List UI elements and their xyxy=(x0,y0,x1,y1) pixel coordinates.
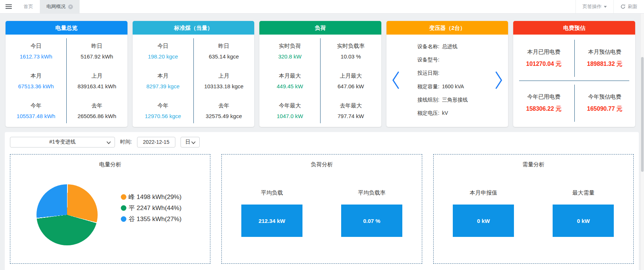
stat-cell: 去年32575.49 kgce xyxy=(193,96,254,125)
tab-label: 首页 xyxy=(24,3,33,10)
transformer-row: 设备名称:总进线 xyxy=(417,43,491,50)
stat-cell: 本月最大449.45 kW xyxy=(259,66,320,96)
card-load: 负荷 实时负荷320.8 kW 实时负载率10.03 % 本月最大449.45 … xyxy=(259,21,381,127)
tab-grid-overview[interactable]: 电网概况 × xyxy=(40,0,80,13)
card-body: 本月已用电费101270.04 元 本月预估电费189881.32 元 今年已用… xyxy=(513,35,635,127)
stat-group: 平均负载率 0.07 % xyxy=(341,189,402,237)
stat-group: 本月申报值 0 kW xyxy=(453,189,514,237)
stat-cell: 去年最大797.74 kW xyxy=(320,96,381,125)
fee-row: 今年已用电费158306.22 元 今年预估电费165090.77 元 xyxy=(513,81,635,125)
legend-item: 谷 1355 kWh(27%) xyxy=(121,215,182,223)
tab-operations-button[interactable]: 页签操作 xyxy=(576,0,613,13)
chevron-left-icon xyxy=(390,69,401,91)
date-input[interactable] xyxy=(137,137,175,148)
carousel-next-button[interactable] xyxy=(493,69,504,91)
panel-title: 需量分析 xyxy=(434,161,633,168)
chevron-right-icon xyxy=(493,69,504,91)
stat-box: 0 kW xyxy=(453,205,514,237)
summary-cards-row: 电量总览 今日1612.73 kWh 昨日5167.92 kWh 本月67513… xyxy=(6,21,635,127)
stat-cell: 昨日5167.92 kWh xyxy=(66,36,127,66)
refresh-label: 刷新 xyxy=(628,3,637,10)
fee-cell: 本月已用电费101270.04 元 xyxy=(513,36,574,81)
transformer-row: 接线组别:三角形接线 xyxy=(417,97,491,103)
transformer-row: 投运日期: xyxy=(417,70,491,77)
legend-dot-icon xyxy=(121,194,126,200)
card-body: 今日1612.73 kWh 昨日5167.92 kWh 本月67513.36 k… xyxy=(6,35,127,127)
card-fee-estimate: 电费预估 本月已用电费101270.04 元 本月预估电费189881.32 元… xyxy=(513,21,635,127)
pie-chart xyxy=(36,184,98,245)
vertical-scrollbar xyxy=(640,14,644,270)
refresh-button[interactable]: 刷新 xyxy=(613,0,644,13)
chevron-down-icon xyxy=(604,6,607,8)
refresh-icon xyxy=(620,4,626,9)
panel-energy-analysis: 电量分析 峰 1498 kWh(29%)平 2247 kWh(44%)谷 135… xyxy=(10,154,210,264)
stat-cell: 上月839163.41 kWh xyxy=(66,66,127,96)
stat-cell: 昨日635.14 kgce xyxy=(193,36,254,66)
close-icon[interactable]: × xyxy=(68,4,73,9)
app-root: 首页 电网概况 × 页签操作 刷新 电量总览 今日161 xyxy=(0,0,644,270)
legend-label: 平 2247 kWh(44%) xyxy=(129,204,182,212)
stat-cell: 今日198.20 kgce xyxy=(133,36,193,66)
legend-item: 平 2247 kWh(44%) xyxy=(121,204,182,212)
stat-cell: 上月103133.18 kgce xyxy=(193,66,254,96)
stat-cell: 今年105537.48 kWh xyxy=(6,96,66,125)
stat-cell: 今日1612.73 kWh xyxy=(6,36,66,66)
card-title: 变压器（2台） xyxy=(386,21,508,35)
stat-cell: 本月67513.36 kWh xyxy=(6,66,66,96)
transformer-row: 设备型号: xyxy=(417,57,491,63)
tab-home[interactable]: 首页 xyxy=(17,0,40,13)
panel-title: 电量分析 xyxy=(10,161,210,168)
analysis-section: #1专变进线 时间: 日 电量分析 峰 1498 kWh(29%)平 2247 … xyxy=(5,132,639,270)
card-title: 负荷 xyxy=(259,21,381,35)
panel-stats: 本月申报值 0 kW 最大需量 0 kW xyxy=(434,189,633,237)
card-body: 设备名称:总进线 设备型号: 投运日期: 额定容量:1600 kVA 接线组别:… xyxy=(386,35,508,127)
pie-legend: 峰 1498 kWh(29%)平 2247 kWh(44%)谷 1355 kWh… xyxy=(121,193,182,223)
transformer-row: 额定电压:kV xyxy=(417,110,491,117)
stat-group: 最大需量 0 kW xyxy=(553,189,614,237)
stat-cell: 去年265056.86 kWh xyxy=(66,96,127,125)
card-body: 实时负荷320.8 kW 实时负载率10.03 % 本月最大449.45 kW … xyxy=(259,35,381,127)
card-standard-coal: 标准煤（当量） 今日198.20 kgce 昨日635.14 kgce 本月82… xyxy=(133,21,255,127)
stat-cell: 今年12970.56 kgce xyxy=(133,96,193,125)
legend-label: 谷 1355 kWh(27%) xyxy=(129,215,182,223)
stat-cell: 实时负载率10.03 % xyxy=(320,36,381,66)
legend-dot-icon xyxy=(121,205,126,211)
transformer-row: 额定容量:1600 kVA xyxy=(417,84,491,90)
card-body: 今日198.20 kgce 昨日635.14 kgce 本月8297.39 kg… xyxy=(133,35,255,127)
tab-operations-label: 页签操作 xyxy=(582,3,602,10)
time-label: 时间: xyxy=(120,139,132,145)
stat-cell: 本月8297.39 kgce xyxy=(133,66,193,96)
analysis-panels: 电量分析 峰 1498 kWh(29%)平 2247 kWh(44%)谷 135… xyxy=(10,154,634,264)
panel-stats: 平均负载 212.34 kW 平均负载率 0.07 % xyxy=(222,189,421,237)
stat-cell: 今年最大1047.0 kW xyxy=(259,96,320,125)
stat-box: 0 kW xyxy=(553,205,614,237)
stat-box: 0.07 % xyxy=(341,205,402,237)
panel-demand-analysis: 需量分析 本月申报值 0 kW 最大需量 0 kW xyxy=(433,154,634,264)
legend-item: 峰 1498 kWh(29%) xyxy=(121,193,182,201)
topbar-actions: 页签操作 刷新 xyxy=(575,0,644,13)
stat-group: 平均负载 212.34 kW xyxy=(241,189,302,237)
stat-box: 212.34 kW xyxy=(241,205,302,237)
card-transformer: 变压器（2台） 设备名称:总进线 设备型号: 投运日期: 额定容量:1600 k… xyxy=(386,21,508,127)
card-title: 电量总览 xyxy=(6,21,127,35)
card-title: 标准煤（当量） xyxy=(133,21,255,35)
granularity-select[interactable]: 日 xyxy=(181,137,200,148)
line-select[interactable]: #1专变进线 xyxy=(10,137,115,148)
filter-row: #1专变进线 时间: 日 xyxy=(10,136,634,148)
panel-title: 负荷分析 xyxy=(222,161,421,168)
fee-cell: 本月预估电费189881.32 元 xyxy=(574,36,635,81)
chevron-down-icon xyxy=(191,141,196,144)
panel-load-analysis: 负荷分析 平均负载 212.34 kW 平均负载率 0.07 % xyxy=(221,154,422,264)
hamburger-icon xyxy=(6,4,12,5)
carousel-prev-button[interactable] xyxy=(390,69,401,91)
fee-row: 本月已用电费101270.04 元 本月预估电费189881.32 元 xyxy=(513,36,635,81)
card-title: 电费预估 xyxy=(513,21,635,35)
fee-cell: 今年已用电费158306.22 元 xyxy=(513,81,574,125)
fee-cell: 今年预估电费165090.77 元 xyxy=(574,81,635,125)
card-energy-overview: 电量总览 今日1612.73 kWh 昨日5167.92 kWh 本月67513… xyxy=(6,21,127,127)
stat-cell: 上月最大647.06 kW xyxy=(320,66,381,96)
tab-label: 电网概况 xyxy=(46,3,66,10)
legend-label: 峰 1498 kWh(29%) xyxy=(129,193,182,201)
menu-toggle-button[interactable] xyxy=(0,0,17,13)
scrollbar-thumb[interactable] xyxy=(641,57,644,172)
